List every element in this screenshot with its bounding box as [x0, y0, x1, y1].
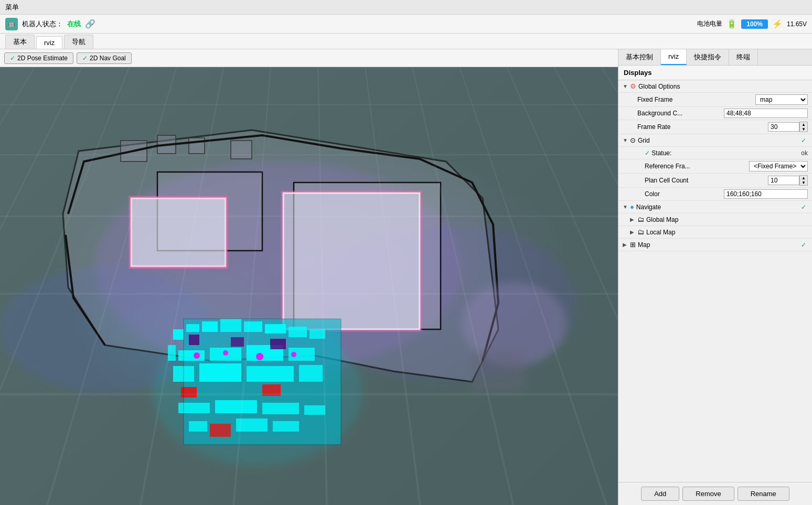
expand-grid[interactable]: ▼	[623, 137, 630, 143]
local-map-label: Local Map	[646, 229, 808, 236]
nav-goal-button[interactable]: ✓ 2D Nav Goal	[77, 52, 132, 64]
global-map-row[interactable]: ▶ 🗂 Global Map	[618, 213, 812, 226]
displays-panel: Displays ▼ ⚙ Global Options Fixed Frame …	[618, 66, 812, 482]
svg-rect-30	[199, 363, 241, 382]
svg-rect-20	[244, 321, 262, 332]
link-icon: 🔗	[85, 19, 95, 29]
tab-terminal[interactable]: 终端	[729, 49, 758, 65]
map-icon: ⊞	[630, 241, 636, 249]
expand-global-options[interactable]: ▼	[623, 83, 630, 89]
tab-rviz-right[interactable]: rviz	[661, 49, 687, 65]
svg-rect-44	[215, 400, 257, 413]
svg-rect-9	[231, 141, 252, 159]
battery-icon: 🔋	[726, 19, 737, 29]
grid-label: Grid	[638, 137, 801, 144]
plan-cell-count-input[interactable]	[768, 176, 799, 185]
svg-rect-19	[220, 319, 241, 332]
global-options-row[interactable]: ▼ ⚙ Global Options	[618, 80, 812, 93]
global-options-label: Global Options	[638, 83, 808, 90]
svg-rect-31	[247, 366, 294, 382]
map-row[interactable]: ▶ ⊞ Map ✓	[618, 239, 812, 251]
pose-estimate-label: 2D Pose Estimate	[17, 55, 68, 62]
status-online: 在线	[67, 19, 81, 29]
frame-rate-input[interactable]	[768, 122, 799, 132]
svg-rect-22	[289, 327, 307, 337]
grid-check: ✓	[801, 137, 806, 144]
background-color-row: Background C...	[618, 107, 812, 120]
voltage-value: 11.65V	[787, 20, 807, 28]
left-panel: ✓ 2D Pose Estimate ✓ 2D Nav Goal	[0, 49, 618, 505]
bottom-buttons: Add Remove Rename	[618, 482, 812, 505]
svg-rect-52	[472, 350, 525, 392]
tab-nav[interactable]: 导航	[64, 35, 93, 49]
svg-point-36	[194, 352, 200, 359]
plan-cell-count-label: Plan Cell Count	[645, 177, 768, 184]
power-icon: ⚡	[772, 19, 783, 29]
svg-rect-24	[168, 345, 176, 361]
frame-rate-row: Frame Rate ▲▼	[618, 120, 812, 134]
map-svg	[0, 67, 618, 505]
nav-goal-label: 2D Nav Goal	[90, 55, 126, 62]
check-icon: ✓	[10, 55, 15, 62]
canvas-area[interactable]	[0, 67, 618, 505]
svg-rect-25	[178, 350, 205, 361]
grid-icon: ⊙	[630, 136, 636, 144]
pose-estimate-button[interactable]: ✓ 2D Pose Estimate	[4, 52, 73, 64]
header-bar: 🤖 机器人状态： 在线 🔗 电池电量 🔋 100% ⚡ 11.65V	[0, 15, 812, 34]
svg-rect-41	[262, 384, 281, 396]
tab-shortcuts[interactable]: 快捷指令	[687, 49, 729, 65]
statue-value: ok	[801, 149, 808, 157]
svg-rect-49	[273, 421, 299, 432]
expand-map[interactable]: ▶	[623, 242, 630, 248]
svg-rect-34	[231, 337, 244, 347]
displays-tree: ▼ ⚙ Global Options Fixed Frame map	[618, 80, 812, 251]
check-icon2: ✓	[82, 55, 88, 62]
add-button[interactable]: Add	[641, 487, 679, 501]
global-options-icon: ⚙	[630, 82, 636, 90]
expand-navigate[interactable]: ▼	[623, 204, 630, 210]
frame-rate-spinner[interactable]: ▲▼	[768, 122, 808, 132]
map-check: ✓	[801, 241, 806, 249]
expand-local-map[interactable]: ▶	[630, 229, 637, 235]
tab-rviz[interactable]: rviz	[36, 36, 62, 49]
fixed-frame-control[interactable]: map	[755, 94, 808, 105]
svg-rect-32	[299, 365, 323, 382]
svg-rect-35	[270, 339, 286, 349]
navigate-label: Navigate	[636, 203, 801, 211]
ref-frame-control[interactable]: <Fixed Frame>	[749, 161, 808, 171]
battery-label: 电池电量	[697, 19, 722, 28]
svg-rect-43	[178, 403, 210, 413]
right-panel: 基本控制 rviz 快捷指令 终端 Displays ▼ ⚙ Global Op…	[618, 49, 812, 505]
tab-basic[interactable]: 基本	[5, 35, 35, 49]
header-left: 🤖 机器人状态： 在线 🔗	[5, 18, 95, 30]
spin-up2[interactable]: ▲▼	[799, 175, 808, 186]
svg-rect-18	[202, 321, 218, 332]
svg-rect-47	[189, 421, 207, 432]
svg-rect-45	[262, 403, 299, 414]
plan-cell-count-spinner[interactable]: ▲▼	[768, 175, 808, 186]
spin-up[interactable]: ▲▼	[799, 122, 808, 132]
robot-status-label: 机器人状态：	[22, 19, 63, 29]
local-map-row[interactable]: ▶ 🗂 Local Map	[618, 226, 812, 239]
color-input[interactable]	[724, 189, 808, 199]
ref-frame-select[interactable]: <Fixed Frame>	[749, 161, 808, 171]
navigate-row[interactable]: ▼ ● Navigate ✓	[618, 201, 812, 213]
fixed-frame-row: Fixed Frame map	[618, 93, 812, 107]
global-map-label: Global Map	[646, 216, 808, 223]
rename-button[interactable]: Rename	[738, 487, 789, 501]
tab-basic-ctrl[interactable]: 基本控制	[618, 49, 661, 65]
svg-rect-17	[186, 324, 199, 332]
expand-global-map[interactable]: ▶	[630, 217, 637, 222]
svg-rect-23	[309, 329, 325, 339]
menu-label[interactable]: 菜单	[5, 3, 19, 12]
background-color-input[interactable]	[724, 109, 808, 118]
grid-row[interactable]: ▼ ⊙ Grid ✓	[618, 134, 812, 147]
svg-point-37	[223, 350, 228, 356]
remove-button[interactable]: Remove	[682, 487, 734, 501]
menu-bar: 菜单	[0, 0, 812, 15]
fixed-frame-select[interactable]: map	[755, 94, 808, 105]
ref-frame-label: Reference Fra...	[645, 163, 749, 170]
svg-rect-48	[236, 418, 268, 432]
svg-point-38	[256, 353, 263, 360]
displays-header: Displays	[618, 66, 812, 80]
